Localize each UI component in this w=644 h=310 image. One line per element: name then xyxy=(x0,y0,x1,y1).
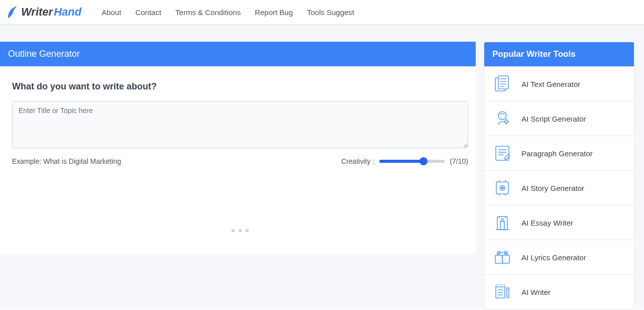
loading-indicator xyxy=(12,165,468,244)
topic-input[interactable] xyxy=(12,101,468,148)
nav-tools-suggest[interactable]: Tools Suggest xyxy=(307,8,354,17)
svg-point-7 xyxy=(505,120,508,123)
creativity-label: Creativity : xyxy=(341,157,374,165)
header: Writer Hand About Contact Terms & Condit… xyxy=(0,0,644,25)
svg-point-19 xyxy=(505,217,506,218)
tool-label: Paragraph Generator xyxy=(521,149,593,158)
nav-terms[interactable]: Terms & Conditions xyxy=(175,8,241,17)
svg-point-18 xyxy=(499,217,500,218)
svg-rect-16 xyxy=(500,222,504,230)
creativity-value: (7/10) xyxy=(450,157,468,165)
creativity-control: Creativity : (7/10) xyxy=(341,157,468,165)
tool-label: AI Script Generator xyxy=(521,115,586,123)
example-hint: Example: What is Digital Marketing xyxy=(12,157,341,165)
sidebar-column: Popular Writer Tools AI Text Generator xyxy=(484,42,634,309)
row-below-input: Example: What is Digital Marketing Creat… xyxy=(12,157,468,165)
main-column: Outline Generator What do you want to wr… xyxy=(0,42,476,254)
tool-ai-story-generator[interactable]: AI Story Generator xyxy=(484,170,634,205)
essay-writer-icon xyxy=(493,214,511,232)
nav-report-bug[interactable]: Report Bug xyxy=(255,8,293,17)
feather-icon xyxy=(6,5,18,19)
tool-paragraph-generator[interactable]: Paragraph Generator xyxy=(484,136,634,170)
tool-label: AI Text Generator xyxy=(521,80,580,88)
tool-ai-lyrics-generator[interactable]: AI Lyrics Generator xyxy=(484,240,634,274)
tool-ai-text-generator[interactable]: AI Text Generator xyxy=(484,66,634,101)
question-label: What do you want to write about? xyxy=(12,81,468,92)
tool-label: AI Writer xyxy=(521,288,551,296)
popular-tools-sidebar: Popular Writer Tools AI Text Generator xyxy=(484,42,634,309)
page: Outline Generator What do you want to wr… xyxy=(0,25,644,309)
script-generator-icon xyxy=(493,110,511,128)
logo[interactable]: Writer Hand xyxy=(6,5,81,19)
logo-text-writer: Writer xyxy=(21,6,53,19)
main-nav: About Contact Terms & Conditions Report … xyxy=(101,8,354,17)
story-generator-icon xyxy=(493,179,511,197)
tool-ai-writer[interactable]: AI Writer xyxy=(484,274,634,309)
logo-text-hand: Hand xyxy=(54,6,81,19)
sidebar-title: Popular Writer Tools xyxy=(484,42,634,66)
tool-label: AI Lyrics Generator xyxy=(521,253,586,262)
svg-rect-21 xyxy=(502,255,509,263)
tool-label: AI Essay Writer xyxy=(521,219,573,227)
tool-label: AI Story Generator xyxy=(521,184,584,192)
svg-point-6 xyxy=(498,112,506,120)
tool-ai-essay-writer[interactable]: AI Essay Writer xyxy=(484,205,634,240)
lyrics-generator-icon xyxy=(493,248,511,266)
nav-contact[interactable]: Contact xyxy=(135,8,161,17)
paragraph-generator-icon xyxy=(493,144,511,162)
page-title: Outline Generator xyxy=(0,42,476,66)
svg-rect-1 xyxy=(498,76,508,89)
svg-point-14 xyxy=(501,187,503,189)
writer-icon xyxy=(493,283,511,301)
text-generator-icon xyxy=(493,75,511,93)
nav-about[interactable]: About xyxy=(101,8,121,17)
creativity-slider[interactable] xyxy=(379,160,445,163)
generator-card: What do you want to write about? Example… xyxy=(0,66,476,254)
svg-rect-20 xyxy=(495,255,502,263)
tool-ai-script-generator[interactable]: AI Script Generator xyxy=(484,101,634,136)
